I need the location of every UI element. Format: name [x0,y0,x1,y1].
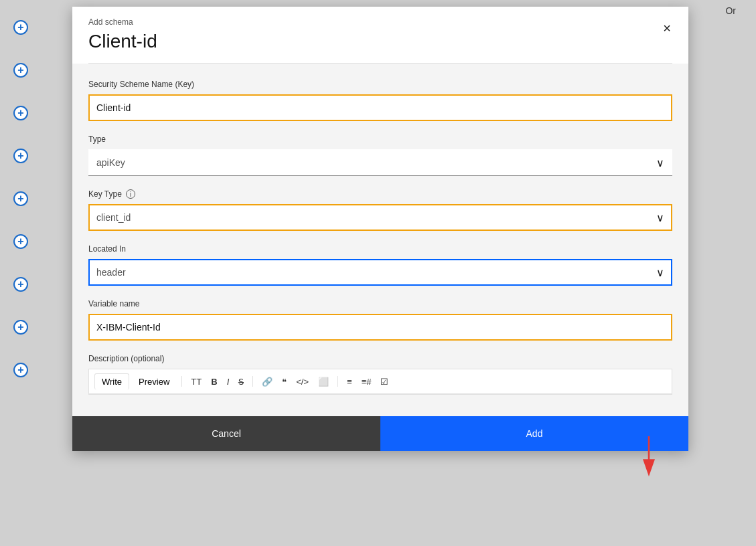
variable-name-input[interactable] [88,314,672,341]
sidebar-circle-4[interactable]: + [13,149,28,163]
sidebar-circle-1[interactable]: + [13,20,28,35]
quote-button[interactable]: ❝ [279,375,290,389]
located-in-select[interactable]: header query cookie [88,259,672,286]
key-type-select-wrapper: client_id client_secret ∨ [88,204,672,231]
modal-body: Security Scheme Name (Key) Type apiKey h… [72,64,688,416]
sidebar-circle-8[interactable]: + [13,320,28,335]
toolbar-divider-3 [337,376,338,387]
cancel-button[interactable]: Cancel [72,416,380,451]
key-type-select[interactable]: client_id client_secret [88,204,672,231]
italic-button[interactable]: I [224,375,233,389]
editor-toolbar: Write Preview TT B I S̶ 🔗 ❝ </> ⬜ ≡ ≡# ☑ [89,369,672,394]
sidebar-circle-9[interactable]: + [13,363,28,377]
toolbar-divider-2 [252,376,253,387]
type-label: Type [88,134,672,144]
variable-name-label: Variable name [88,299,672,308]
add-schema-modal: Add schema Client-id × Security Scheme N… [72,7,688,451]
modal-footer: Cancel Add [72,416,688,451]
variable-name-group: Variable name [88,299,672,341]
security-scheme-name-label: Security Scheme Name (Key) [88,80,672,89]
security-scheme-name-input[interactable] [88,94,672,121]
located-in-select-wrapper: header query cookie ∨ [88,259,672,286]
code-button[interactable]: </> [293,375,312,389]
sidebar-circle-2[interactable]: + [13,63,28,78]
header-divider [88,63,672,64]
add-button[interactable]: Add [380,416,688,451]
strikethrough-button[interactable]: S̶ [235,375,247,389]
type-select[interactable]: apiKey http oauth2 openIdConnect [88,149,672,176]
security-scheme-name-group: Security Scheme Name (Key) [88,80,672,121]
toolbar-divider-1 [181,376,182,387]
located-in-label: Located In [88,244,672,254]
sidebar-circle-5[interactable]: + [13,191,28,206]
description-label: Description (optional) [88,354,672,363]
top-right-label: Or [725,5,736,16]
image-button[interactable]: ⬜ [315,375,332,389]
write-tab[interactable]: Write [94,373,129,389]
key-type-label: Key Type i [88,189,672,199]
task-list-button[interactable]: ☑ [377,375,392,389]
description-group: Description (optional) Write Preview TT … [88,354,672,395]
modal-title: Client-id [88,31,672,52]
sidebar-circle-3[interactable]: + [13,106,28,120]
key-type-group: Key Type i client_id client_secret ∨ [88,189,672,231]
description-editor: Write Preview TT B I S̶ 🔗 ❝ </> ⬜ ≡ ≡# ☑ [88,369,672,395]
tt-button[interactable]: TT [187,375,205,389]
located-in-group: Located In header query cookie ∨ [88,244,672,286]
ordered-list-button[interactable]: ≡# [358,375,375,389]
link-button[interactable]: 🔗 [258,375,276,389]
unordered-list-button[interactable]: ≡ [344,375,356,389]
modal-subtitle: Add schema [88,17,672,27]
sidebar-circles: + + + + + + + + + [13,20,28,377]
close-button[interactable]: × [656,17,678,39]
modal-header: Add schema Client-id × [72,7,688,64]
type-group: Type apiKey http oauth2 openIdConnect ∨ [88,134,672,176]
sidebar-circle-7[interactable]: + [13,277,28,292]
sidebar-circle-6[interactable]: + [13,234,28,249]
preview-tab[interactable]: Preview [132,374,176,389]
type-select-wrapper: apiKey http oauth2 openIdConnect ∨ [88,149,672,176]
bold-button[interactable]: B [208,375,220,389]
key-type-info-icon: i [126,189,135,199]
